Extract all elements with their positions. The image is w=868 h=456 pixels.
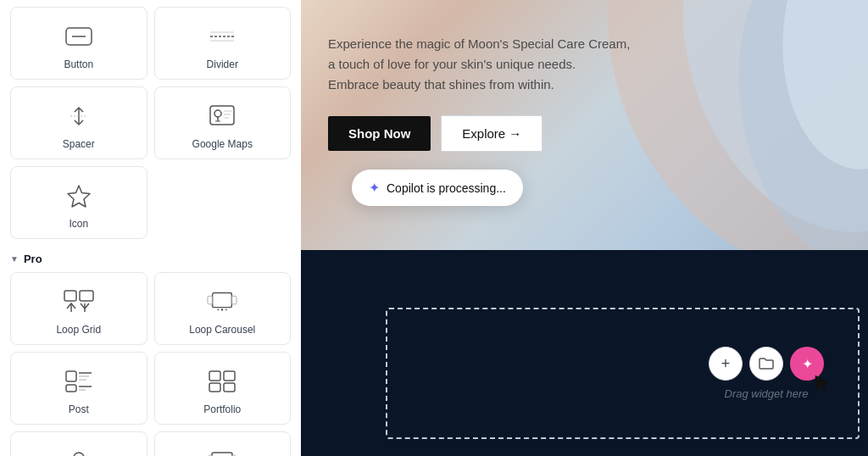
widget-google-maps[interactable]: Google Maps [154, 86, 292, 159]
drop-zone: + ✦ Drag widget here [386, 308, 860, 439]
divider-icon [207, 21, 237, 52]
widget-loop-grid-label: Loop Grid [56, 324, 101, 336]
widget-spacer-label: Spacer [63, 138, 95, 150]
widget-portfolio-label: Portfolio [203, 403, 241, 415]
slide-icon [207, 446, 237, 456]
svg-rect-33 [209, 383, 220, 392]
add-button[interactable]: + [709, 347, 743, 381]
widget-post-label: Post [69, 403, 89, 415]
svg-rect-19 [208, 296, 213, 303]
hero-text: Experience the magic of Moon's Special C… [328, 34, 630, 95]
svg-marker-47 [815, 375, 829, 391]
mid-widget-grid: Spacer Google Maps [10, 86, 291, 159]
svg-rect-31 [209, 371, 220, 381]
widget-icon-card[interactable]: Icon [10, 166, 147, 239]
star-icon [64, 181, 94, 211]
pro-widget-grid-3: Member Slide [10, 431, 291, 456]
ai-button[interactable]: ✦ [790, 347, 824, 381]
widget-divider[interactable]: Divider [154, 7, 292, 80]
post-icon [64, 366, 94, 397]
widget-divider-label: Divider [207, 58, 238, 70]
copilot-toast: ✦ Copilot is processing... [352, 170, 523, 206]
button-icon [64, 21, 94, 52]
svg-rect-14 [64, 291, 76, 301]
svg-rect-34 [224, 383, 235, 392]
hero-buttons: Shop Now Explore → [328, 115, 630, 152]
widget-google-maps-label: Google Maps [192, 138, 253, 150]
pro-chevron-icon: ▼ [10, 254, 19, 264]
svg-rect-20 [232, 296, 237, 303]
widget-spacer[interactable]: Spacer [10, 86, 147, 159]
widget-member[interactable]: Member [10, 431, 147, 456]
widget-portfolio[interactable]: Portfolio [154, 352, 292, 425]
main-content: Experience the magic of Moon's Special C… [301, 0, 868, 456]
svg-point-22 [221, 309, 223, 310]
pro-section-label: Pro [24, 253, 42, 265]
portfolio-icon [207, 366, 237, 397]
hero-banner: Experience the magic of Moon's Special C… [301, 0, 868, 250]
widget-slide[interactable]: Slide [154, 431, 292, 456]
sidebar: Button Divider Sp [0, 0, 301, 456]
svg-rect-39 [212, 453, 232, 456]
widget-loop-carousel-label: Loop Carousel [189, 324, 255, 336]
pro-widget-grid-1: Loop Grid Loop Carousel [10, 272, 291, 345]
top-widget-grid: Button Divider [10, 7, 291, 80]
member-icon [64, 446, 94, 456]
copilot-sparkle-icon: ✦ [369, 180, 380, 196]
svg-rect-24 [66, 371, 76, 381]
sparkle-icon: ✦ [802, 356, 813, 372]
shop-now-button[interactable]: Shop Now [328, 116, 431, 151]
drop-zone-label: Drag widget here [725, 387, 809, 400]
loop-carousel-icon [207, 286, 237, 317]
explore-button[interactable]: Explore → [441, 115, 542, 152]
widget-button[interactable]: Button [10, 7, 147, 80]
pro-section-header[interactable]: ▼ Pro [10, 246, 291, 272]
hero-content: Experience the magic of Moon's Special C… [328, 34, 630, 152]
svg-point-21 [217, 309, 219, 310]
copilot-label: Copilot is processing... [387, 181, 506, 195]
spacer-icon [64, 101, 94, 131]
drop-zone-buttons: + ✦ [709, 347, 824, 381]
svg-point-35 [74, 453, 84, 456]
svg-point-23 [225, 309, 227, 310]
svg-rect-15 [80, 291, 93, 301]
svg-rect-32 [224, 371, 235, 381]
widget-icon-label: Icon [69, 218, 88, 230]
svg-rect-7 [210, 106, 234, 125]
widget-button-label: Button [64, 58, 93, 70]
maps-icon [207, 101, 237, 131]
loop-grid-icon [64, 286, 94, 317]
svg-point-8 [214, 110, 221, 117]
drop-zone-controls: + ✦ Drag widget here [709, 347, 824, 400]
widget-loop-carousel[interactable]: Loop Carousel [154, 272, 292, 345]
folder-button[interactable] [749, 347, 783, 381]
svg-rect-18 [213, 293, 232, 308]
pro-widget-grid-2: Post Portfolio [10, 352, 291, 425]
widget-post[interactable]: Post [10, 352, 147, 425]
icon-widget-grid: Icon [10, 166, 291, 239]
svg-rect-28 [66, 385, 76, 392]
svg-marker-13 [68, 186, 90, 207]
widget-loop-grid[interactable]: Loop Grid [10, 272, 147, 345]
